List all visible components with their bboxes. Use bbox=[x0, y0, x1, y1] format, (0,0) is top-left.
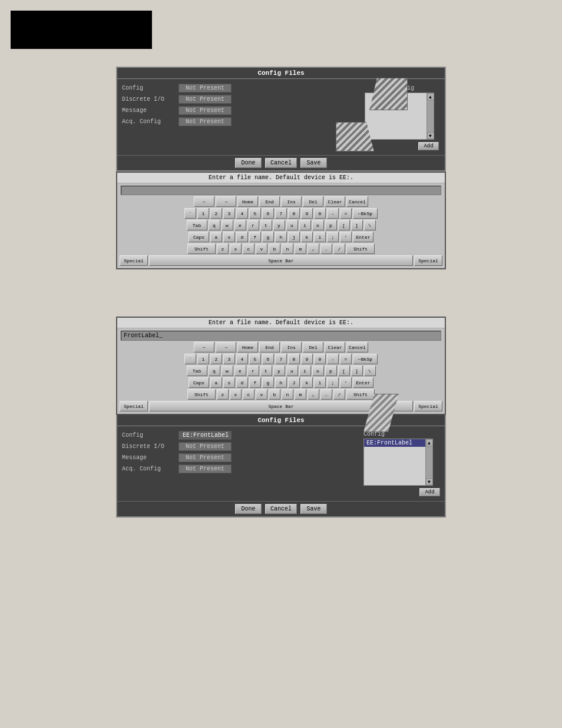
done-button-2[interactable]: Done bbox=[235, 504, 262, 514]
key-1[interactable]: 1 bbox=[197, 208, 209, 219]
key-backtick[interactable]: ` bbox=[184, 208, 196, 219]
key2-special-left[interactable]: Special bbox=[120, 401, 148, 411]
add-button-2[interactable]: Add bbox=[419, 488, 440, 496]
add-button-1[interactable]: Add bbox=[418, 142, 439, 150]
key2-clear[interactable]: Clear bbox=[325, 342, 345, 353]
scroll-down-1[interactable]: ▼ bbox=[427, 132, 434, 139]
key2-r[interactable]: r bbox=[247, 365, 259, 376]
key-q[interactable]: q bbox=[209, 220, 220, 230]
key-ins[interactable]: Ins bbox=[281, 196, 302, 207]
key-backslash[interactable]: \ bbox=[364, 220, 376, 230]
key-l[interactable]: l bbox=[314, 232, 326, 242]
key2-c[interactable]: c bbox=[243, 389, 254, 400]
key2-backspace[interactable]: ←BkSp bbox=[353, 354, 378, 364]
key2-f[interactable]: f bbox=[249, 377, 261, 388]
key-s[interactable]: s bbox=[223, 232, 235, 242]
key-k[interactable]: k bbox=[301, 232, 313, 242]
save-button-2[interactable]: Save bbox=[300, 504, 327, 514]
key2-semi[interactable]: ; bbox=[327, 377, 339, 388]
key-w[interactable]: w bbox=[222, 220, 233, 230]
key2-shift-left[interactable]: Shift bbox=[187, 389, 216, 400]
key2-slash[interactable]: / bbox=[333, 389, 345, 400]
key2-k[interactable]: k bbox=[301, 377, 313, 388]
key2-d[interactable]: d bbox=[236, 377, 248, 388]
config-listbox-2[interactable]: EE:FrontLabel ▲ ▼ bbox=[363, 439, 433, 486]
key-v[interactable]: v bbox=[256, 243, 267, 254]
key-6[interactable]: 6 bbox=[262, 208, 274, 219]
key2-5[interactable]: 5 bbox=[249, 354, 261, 364]
key-x[interactable]: x bbox=[230, 243, 242, 254]
key-i[interactable]: i bbox=[299, 220, 311, 230]
key-z[interactable]: z bbox=[217, 243, 229, 254]
key-comma[interactable]: , bbox=[308, 243, 319, 254]
key2-g[interactable]: g bbox=[262, 377, 274, 388]
key2-lbracket[interactable]: [ bbox=[338, 365, 350, 376]
key-e[interactable]: e bbox=[234, 220, 246, 230]
key-5[interactable]: 5 bbox=[249, 208, 261, 219]
key2-0[interactable]: 0 bbox=[314, 354, 326, 364]
key2-home[interactable]: Home bbox=[237, 342, 258, 353]
key-quote[interactable]: ' bbox=[340, 232, 352, 242]
key-7[interactable]: 7 bbox=[275, 208, 287, 219]
key-period[interactable]: . bbox=[320, 243, 332, 254]
key2-8[interactable]: 8 bbox=[288, 354, 300, 364]
key2-2[interactable]: 2 bbox=[210, 354, 222, 364]
key-a[interactable]: a bbox=[210, 232, 222, 242]
key-d[interactable]: d bbox=[236, 232, 248, 242]
key-right[interactable]: → bbox=[216, 196, 236, 207]
key-shift-left[interactable]: Shift bbox=[187, 243, 216, 254]
key2-shift-right[interactable]: Shift bbox=[346, 389, 375, 400]
key-b[interactable]: b bbox=[269, 243, 280, 254]
key2-6[interactable]: 6 bbox=[262, 354, 274, 364]
key-0[interactable]: 0 bbox=[314, 208, 326, 219]
key-4[interactable]: 4 bbox=[236, 208, 248, 219]
key2-e[interactable]: e bbox=[234, 365, 246, 376]
key2-a[interactable]: a bbox=[210, 377, 222, 388]
key-equals[interactable]: = bbox=[340, 208, 352, 219]
key2-4[interactable]: 4 bbox=[236, 354, 248, 364]
key-special-right[interactable]: Special bbox=[414, 255, 442, 266]
keyboard-input-2[interactable]: FrontLabel_ bbox=[121, 331, 441, 341]
key2-3[interactable]: 3 bbox=[223, 354, 235, 364]
key-cancel[interactable]: Cancel bbox=[346, 196, 368, 207]
cancel-button-1[interactable]: Cancel bbox=[265, 158, 297, 168]
key2-x[interactable]: x bbox=[230, 389, 242, 400]
key-home[interactable]: Home bbox=[237, 196, 258, 207]
key2-del[interactable]: Del bbox=[303, 342, 323, 353]
key2-minus[interactable]: - bbox=[327, 354, 339, 364]
key2-9[interactable]: 9 bbox=[301, 354, 313, 364]
key-backspace[interactable]: ←BkSp bbox=[353, 208, 378, 219]
scroll-up-1[interactable]: ▲ bbox=[427, 93, 434, 100]
key-space[interactable]: Space Bar bbox=[149, 255, 413, 266]
key2-backslash[interactable]: \ bbox=[364, 365, 376, 376]
key2-7[interactable]: 7 bbox=[275, 354, 287, 364]
key-m[interactable]: m bbox=[295, 243, 306, 254]
key2-t[interactable]: t bbox=[260, 365, 272, 376]
key2-h[interactable]: h bbox=[275, 377, 287, 388]
key-slash[interactable]: / bbox=[333, 243, 345, 254]
key-tab[interactable]: Tab bbox=[187, 220, 207, 230]
key2-period[interactable]: . bbox=[320, 389, 332, 400]
key-j[interactable]: j bbox=[288, 232, 300, 242]
key2-n[interactable]: n bbox=[282, 389, 293, 400]
key2-m[interactable]: m bbox=[295, 389, 306, 400]
key2-special-right[interactable]: Special bbox=[414, 401, 442, 411]
key2-b[interactable]: b bbox=[269, 389, 280, 400]
key-rbracket[interactable]: ] bbox=[351, 220, 363, 230]
key2-cancel[interactable]: Cancel bbox=[346, 342, 368, 353]
key2-left[interactable]: ← bbox=[194, 342, 214, 353]
key2-u[interactable]: u bbox=[286, 365, 298, 376]
key2-i[interactable]: i bbox=[299, 365, 311, 376]
key2-right[interactable]: → bbox=[216, 342, 236, 353]
keyboard-input-1[interactable] bbox=[121, 186, 441, 195]
key2-y[interactable]: y bbox=[273, 365, 285, 376]
cancel-button-2[interactable]: Cancel bbox=[265, 504, 297, 514]
key-caps[interactable]: Caps bbox=[189, 232, 209, 242]
key-h[interactable]: h bbox=[275, 232, 287, 242]
key2-ins[interactable]: Ins bbox=[281, 342, 302, 353]
key2-end[interactable]: End bbox=[259, 342, 280, 353]
key2-o[interactable]: o bbox=[312, 365, 324, 376]
key-o[interactable]: o bbox=[312, 220, 324, 230]
key-r[interactable]: r bbox=[247, 220, 259, 230]
key-p[interactable]: p bbox=[325, 220, 337, 230]
